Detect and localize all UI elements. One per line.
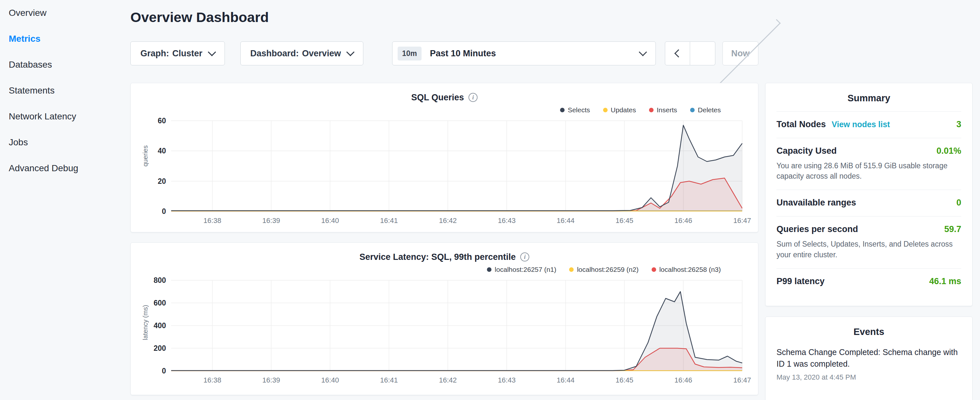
info-icon[interactable]: i <box>520 252 529 261</box>
legend-item-n1: localhost:26257 (n1) <box>487 266 556 274</box>
summary-row-queries-per-second: Queries per second 59.7 Sum of Selects, … <box>776 216 961 268</box>
svg-text:16:42: 16:42 <box>439 376 457 384</box>
chart-legend: Selects Updates Inserts Deletes <box>137 105 752 115</box>
chart-plot-area: latency (ms) 16:3816:3916:4016:4116:4216… <box>137 276 752 389</box>
total-nodes-value: 3 <box>956 120 961 129</box>
svg-text:400: 400 <box>154 321 166 330</box>
legend-item-updates: Updates <box>603 106 636 114</box>
legend-label: Updates <box>611 106 636 114</box>
sidebar: Overview Metrics Databases Statements Ne… <box>0 0 120 400</box>
svg-text:40: 40 <box>158 147 166 155</box>
y-axis-label: latency (ms) <box>142 305 149 340</box>
svg-text:200: 200 <box>154 344 166 352</box>
svg-text:16:39: 16:39 <box>262 376 280 384</box>
chart-title-row: SQL Queries i <box>137 90 752 105</box>
legend-label: localhost:26258 (n3) <box>659 266 721 274</box>
capacity-used-description: You are using 28.6 MiB of 515.9 GiB usab… <box>776 161 961 181</box>
time-back-button[interactable] <box>665 41 690 65</box>
time-range-badge: 10m <box>398 46 422 61</box>
events-heading: Events <box>765 317 972 345</box>
legend-dot <box>690 108 695 112</box>
sidebar-item-databases[interactable]: Databases <box>0 52 120 78</box>
svg-text:16:38: 16:38 <box>204 376 221 384</box>
view-nodes-list-link[interactable]: View nodes list <box>832 120 890 129</box>
page-title: Overview Dashboard <box>130 8 758 26</box>
summary-row-unavailable-ranges: Unavailable ranges 0 <box>776 190 961 216</box>
svg-text:16:45: 16:45 <box>616 376 633 384</box>
legend-item-n3: localhost:26258 (n3) <box>652 266 721 274</box>
info-icon[interactable]: i <box>468 93 477 102</box>
legend-label: localhost:26259 (n2) <box>577 266 638 274</box>
svg-text:16:41: 16:41 <box>380 217 398 225</box>
svg-text:16:39: 16:39 <box>262 217 280 225</box>
svg-text:16:43: 16:43 <box>498 217 516 225</box>
svg-text:16:46: 16:46 <box>675 376 692 384</box>
legend-item-inserts: Inserts <box>649 106 677 114</box>
service-latency-chart: 16:3816:3916:4016:4116:4216:4316:4416:45… <box>137 276 752 389</box>
dashboard-dropdown[interactable]: Dashboard: Overview <box>240 41 363 65</box>
chart-plot-area: queries 16:3816:3916:4016:4116:4216:4316… <box>137 116 752 229</box>
legend-label: Selects <box>568 106 590 114</box>
chart-title: Service Latency: SQL, 99th percentile <box>360 252 516 262</box>
svg-text:16:38: 16:38 <box>204 217 221 225</box>
right-sidebar: Summary Total Nodes View nodes list 3 Ca… <box>765 83 972 400</box>
legend-item-n2: localhost:26259 (n2) <box>569 266 638 274</box>
graph-dropdown-value: Cluster <box>172 49 202 59</box>
events-panel: Events Schema Change Completed: Schema c… <box>765 317 972 400</box>
legend-dot <box>652 267 656 272</box>
dashboard-dropdown-label: Dashboard: <box>250 49 299 59</box>
legend-label: Deletes <box>698 106 721 114</box>
svg-text:16:46: 16:46 <box>675 217 692 225</box>
unavailable-ranges-label: Unavailable ranges <box>776 198 856 208</box>
service-latency-chart-card: Service Latency: SQL, 99th percentile i … <box>130 242 758 395</box>
legend-dot <box>603 108 608 112</box>
svg-text:16:45: 16:45 <box>616 217 633 225</box>
p99-latency-label: P99 latency <box>776 276 825 287</box>
summary-row-total-nodes: Total Nodes View nodes list 3 <box>776 112 961 138</box>
p99-latency-value: 46.1 ms <box>929 276 961 287</box>
sql-queries-chart: 16:3816:3916:4016:4116:4216:4316:4416:45… <box>137 116 752 229</box>
time-range-picker[interactable]: 10m Past 10 Minutes <box>392 41 656 65</box>
chart-title-row: Service Latency: SQL, 99th percentile i <box>137 250 752 264</box>
total-nodes-label: Total Nodes <box>776 120 826 129</box>
queries-per-second-label: Queries per second <box>776 224 858 234</box>
svg-text:16:44: 16:44 <box>557 217 574 225</box>
sidebar-item-advanced-debug[interactable]: Advanced Debug <box>0 155 120 181</box>
sql-queries-chart-card: SQL Queries i Selects Updates Inserts <box>130 83 758 233</box>
svg-text:20: 20 <box>158 177 166 185</box>
legend-item-selects: Selects <box>560 106 590 114</box>
capacity-used-value: 0.01% <box>936 146 961 156</box>
time-step-buttons <box>665 41 715 65</box>
event-timestamp: May 13, 2020 at 4:45 PM <box>776 373 961 382</box>
dashboard-dropdown-value: Overview <box>302 49 341 59</box>
queries-per-second-value: 59.7 <box>944 224 961 234</box>
sidebar-item-network-latency[interactable]: Network Latency <box>0 104 120 129</box>
legend-dot <box>487 267 492 272</box>
event-item[interactable]: Schema Change Completed: Schema change w… <box>765 345 972 391</box>
legend-label: Inserts <box>657 106 677 114</box>
svg-text:16:40: 16:40 <box>321 217 339 225</box>
sidebar-item-jobs[interactable]: Jobs <box>0 129 120 155</box>
svg-text:16:47: 16:47 <box>733 217 751 225</box>
y-axis-label: queries <box>142 145 149 167</box>
sidebar-item-overview[interactable]: Overview <box>0 0 120 26</box>
controls-bar: Graph: Cluster Dashboard: Overview 10m P… <box>130 41 758 65</box>
event-text: Schema Change Completed: Schema change w… <box>776 346 961 370</box>
queries-per-second-description: Sum of Selects, Updates, Inserts, and De… <box>776 239 961 260</box>
legend-item-deletes: Deletes <box>690 106 721 114</box>
graph-dropdown-label: Graph: <box>140 49 169 59</box>
legend-dot <box>569 267 574 272</box>
summary-heading: Summary <box>765 83 972 112</box>
time-forward-button[interactable] <box>690 41 715 65</box>
svg-text:600: 600 <box>154 299 166 307</box>
svg-text:16:41: 16:41 <box>380 376 398 384</box>
chevron-left-icon <box>674 49 682 57</box>
unavailable-ranges-value: 0 <box>956 198 961 208</box>
capacity-used-label: Capacity Used <box>776 146 837 156</box>
graph-dropdown[interactable]: Graph: Cluster <box>130 41 225 65</box>
sidebar-item-statements[interactable]: Statements <box>0 78 120 104</box>
sidebar-item-metrics[interactable]: Metrics <box>0 26 120 52</box>
chart-legend: localhost:26257 (n1) localhost:26259 (n2… <box>137 265 752 274</box>
svg-text:0: 0 <box>162 207 166 215</box>
svg-text:16:42: 16:42 <box>439 217 457 225</box>
